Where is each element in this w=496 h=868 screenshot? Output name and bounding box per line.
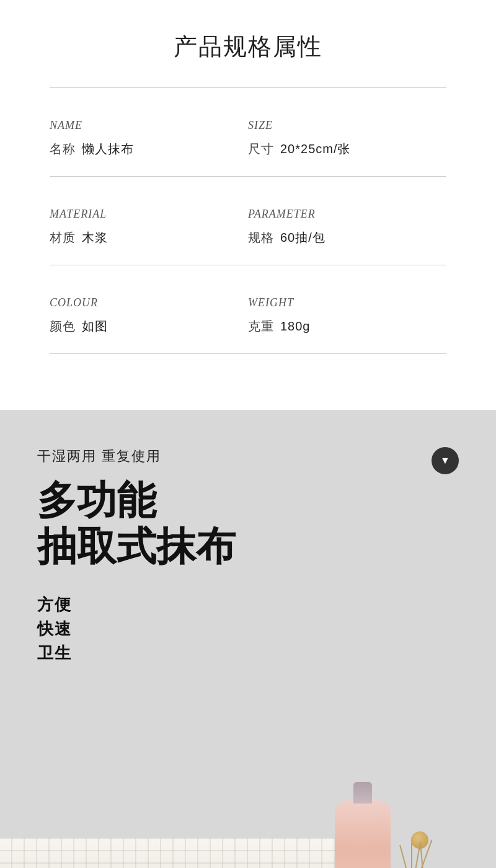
product-bottle: Zo MALONG bbox=[335, 800, 391, 868]
banner-title: 多功能 抽取式抹布 bbox=[37, 478, 459, 569]
parameter-value: 规格60抽/包 bbox=[248, 229, 434, 246]
banner-title-line2: 抽取式抹布 bbox=[37, 524, 236, 569]
parameter-val: 60抽/包 bbox=[280, 231, 326, 244]
colour-key: 颜色 bbox=[50, 319, 76, 333]
banner-title-line1: 多功能 bbox=[37, 478, 156, 523]
mid-divider-2 bbox=[50, 265, 446, 265]
colour-val: 如图 bbox=[82, 319, 108, 333]
specs-row-1: NAME 名称懒人抹布 SIZE 尺寸20*25cm/张 bbox=[50, 107, 446, 176]
banner-section: 干湿两用 重复使用 多功能 抽取式抹布 方便 快速 卫生 Zo MALONG bbox=[0, 410, 496, 868]
banner-subtitle: 干湿两用 重复使用 bbox=[37, 447, 459, 466]
scroll-down-button[interactable] bbox=[432, 447, 459, 474]
banner-image-area: Zo MALONG bbox=[0, 701, 496, 868]
specs-cell-size: SIZE 尺寸20*25cm/张 bbox=[248, 119, 446, 157]
weight-label: WEIGHT bbox=[248, 296, 434, 309]
specs-cell-name: NAME 名称懒人抹布 bbox=[50, 119, 248, 157]
feature-1: 方便 bbox=[37, 594, 459, 616]
specs-row-2: MATERIAL 材质木浆 PARAMETER 规格60抽/包 bbox=[50, 195, 446, 265]
specs-section: 产品规格属性 NAME 名称懒人抹布 SIZE 尺寸20*25cm/张 MATE… bbox=[0, 0, 496, 410]
name-val: 懒人抹布 bbox=[82, 142, 134, 156]
specs-cell-weight: WEIGHT 克重180g bbox=[248, 296, 446, 335]
weight-value: 克重180g bbox=[248, 318, 434, 335]
products-area: Zo MALONG bbox=[285, 714, 484, 868]
name-value: 名称懒人抹布 bbox=[50, 141, 236, 157]
weight-key: 克重 bbox=[248, 319, 274, 333]
parameter-label: PARAMETER bbox=[248, 208, 434, 221]
specs-row-3: COLOUR 颜色如图 WEIGHT 克重180g bbox=[50, 284, 446, 353]
top-divider bbox=[50, 87, 446, 88]
bottom-divider bbox=[50, 353, 446, 354]
page-title: 产品规格属性 bbox=[50, 31, 446, 63]
size-value: 尺寸20*25cm/张 bbox=[248, 141, 434, 157]
stick-1 bbox=[399, 845, 417, 868]
parameter-key: 规格 bbox=[248, 231, 274, 244]
mid-divider-1 bbox=[50, 176, 446, 177]
material-key: 材质 bbox=[50, 231, 76, 244]
name-key: 名称 bbox=[50, 142, 76, 156]
size-key: 尺寸 bbox=[248, 142, 274, 156]
colour-value: 颜色如图 bbox=[50, 318, 236, 335]
reed-diffuser bbox=[397, 850, 434, 868]
specs-cell-material: MATERIAL 材质木浆 bbox=[50, 208, 248, 246]
banner-content: 干湿两用 重复使用 多功能 抽取式抹布 方便 快速 卫生 bbox=[0, 447, 496, 689]
name-label: NAME bbox=[50, 119, 236, 132]
feature-2: 快速 bbox=[37, 618, 459, 640]
specs-cell-colour: COLOUR 颜色如图 bbox=[50, 296, 248, 335]
material-value: 材质木浆 bbox=[50, 229, 236, 246]
weight-val: 180g bbox=[280, 319, 311, 333]
feature-3: 卫生 bbox=[37, 642, 459, 664]
material-val: 木浆 bbox=[82, 231, 108, 244]
reed-sticks bbox=[407, 838, 423, 868]
banner-features: 方便 快速 卫生 bbox=[37, 594, 459, 664]
specs-cell-parameter: PARAMETER 规格60抽/包 bbox=[248, 208, 446, 246]
colour-label: COLOUR bbox=[50, 296, 236, 309]
size-val: 20*25cm/张 bbox=[280, 142, 351, 156]
material-label: MATERIAL bbox=[50, 208, 236, 221]
size-label: SIZE bbox=[248, 119, 434, 132]
stick-2 bbox=[411, 838, 412, 868]
